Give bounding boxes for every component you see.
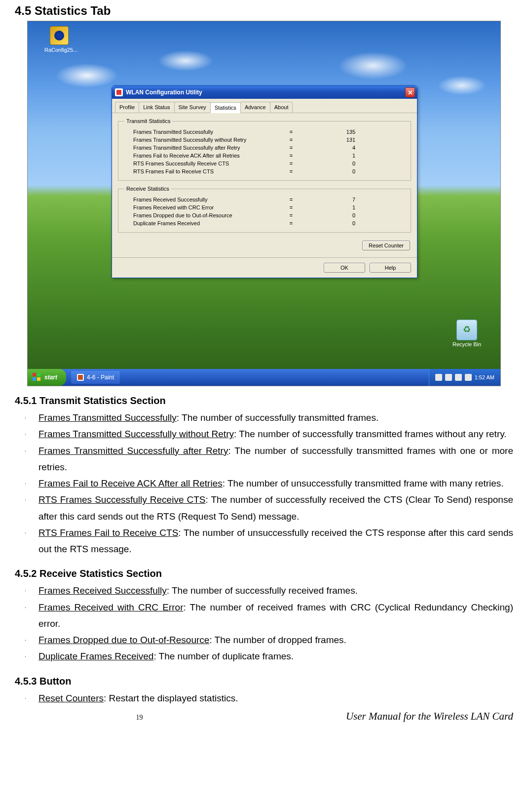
app-icon — [115, 88, 123, 96]
definition: : The number of successfully transmitted… — [234, 429, 507, 439]
bullet-icon: ‧ — [25, 582, 38, 599]
list-item: ‧RTS Frames Fail to Receive CTS: The num… — [15, 525, 513, 558]
paint-icon — [77, 374, 84, 381]
equals-sign: = — [276, 137, 306, 143]
tab-about[interactable]: About — [270, 102, 293, 113]
desktop-icon-raconfig[interactable]: RaConfig25... — [44, 26, 74, 53]
rx-legend: Receive Statistics — [124, 186, 171, 192]
taskbar-item-paint[interactable]: 4-6 - Paint — [71, 371, 120, 384]
stat-value: 0 — [306, 220, 355, 226]
term: Frames Received Successfully — [38, 585, 167, 596]
stat-label: RTS Frames Successfully Receive CTS — [133, 161, 276, 166]
bullet-icon: ‧ — [25, 632, 38, 648]
bullet-icon: ‧ — [25, 648, 38, 664]
help-button[interactable]: Help — [370, 263, 411, 273]
stat-label: Frames Received with CRC Error — [133, 204, 276, 210]
screenshot: RaConfig25... Recycle Bin WLAN Configura… — [27, 21, 501, 386]
list-item: ‧Reset Counters: Restart the displayed s… — [15, 690, 513, 706]
start-label: start — [44, 374, 57, 381]
bullet-list: ‧Frames Transmitted Successfully: The nu… — [15, 409, 513, 557]
list-item: ‧Frames Transmitted Successfully after R… — [15, 443, 513, 476]
equals-sign: = — [276, 204, 306, 210]
stat-value: 0 — [306, 212, 355, 218]
close-button[interactable]: ✕ — [405, 87, 415, 97]
tab-site-survey[interactable]: Site Survey — [174, 102, 211, 113]
equals-sign: = — [276, 220, 306, 226]
system-tray[interactable]: 1:52 AM — [429, 369, 500, 386]
stat-row: Frames Transmitted Successfully=135 — [124, 128, 405, 136]
stat-row: Frames Fail to Receive ACK After all Ret… — [124, 152, 405, 160]
equals-sign: = — [276, 153, 306, 159]
list-item: ‧Frames Fail to Receive ACK After all Re… — [15, 475, 513, 491]
ok-button[interactable]: OK — [324, 263, 365, 273]
stat-value: 1 — [306, 204, 355, 210]
receive-statistics-group: Receive Statistics Frames Received Succe… — [118, 186, 411, 233]
desktop-icon-label: RaConfig25... — [44, 47, 74, 53]
stat-value: 4 — [306, 145, 355, 151]
equals-sign: = — [276, 145, 306, 151]
stat-value: 131 — [306, 137, 355, 143]
bullet-icon: ‧ — [25, 475, 38, 491]
bullet-icon: ‧ — [25, 409, 38, 426]
stat-row: Frames Received Successfully=7 — [124, 196, 405, 203]
term: Frames Transmitted Successfully without … — [38, 429, 234, 439]
bullet-icon: ‧ — [25, 599, 38, 632]
tray-icon — [435, 374, 442, 381]
bullet-icon: ‧ — [25, 690, 38, 706]
page-number: 19 — [15, 714, 264, 722]
titlebar[interactable]: WLAN Configuration Utility ✕ — [112, 86, 417, 99]
definition: : The number of duplicate frames. — [153, 651, 294, 661]
bullet-list: ‧Reset Counters: Restart the displayed s… — [15, 690, 513, 706]
list-item: ‧Duplicate Frames Received: The number o… — [15, 648, 513, 664]
list-item: ‧Frames Received with CRC Error: The num… — [15, 599, 513, 632]
page-footer: 19 User Manual for the Wireless LAN Card — [15, 710, 513, 723]
tab-advance[interactable]: Advance — [240, 102, 270, 113]
term: Frames Fail to Receive ACK After all Ret… — [38, 478, 223, 488]
stat-label: RTS Frames Fail to Receive CTS — [133, 168, 276, 174]
stat-label: Frames Fail to Receive ACK After all Ret… — [133, 153, 276, 159]
desktop-icon-recycle-bin[interactable]: Recycle Bin — [452, 320, 482, 347]
equals-sign: = — [276, 212, 306, 218]
term: RTS Frames Successfully Receive CTS — [38, 494, 206, 505]
stat-row: Frames Transmitted Successfully without … — [124, 136, 405, 144]
stat-row: RTS Frames Fail to Receive CTS=0 — [124, 167, 405, 175]
stat-row: Frames Dropped due to Out-of-Resource=0 — [124, 211, 405, 219]
tab-bar: Profile Link Status Site Survey Statisti… — [112, 99, 417, 113]
start-button[interactable]: start — [28, 369, 66, 386]
stat-value: 135 — [306, 129, 355, 135]
stat-row: RTS Frames Successfully Receive CTS=0 — [124, 160, 405, 167]
term: Frames Transmitted Successfully after Re… — [38, 446, 228, 456]
definition: : The number of successfully received fr… — [167, 585, 358, 596]
term: Frames Dropped due to Out-of-Resource — [38, 635, 209, 645]
subsection-heading: 4.5.2 Receive Statistics Section — [15, 568, 513, 579]
subsection-heading: 4.5.1 Transmit Statistics Section — [15, 395, 513, 406]
term: Reset Counters — [38, 693, 104, 703]
list-item: ‧Frames Received Successfully: The numbe… — [15, 582, 513, 599]
panel-statistics: Transmit Statistics Frames Transmitted S… — [112, 113, 417, 257]
stat-label: Frames Transmitted Successfully after Re… — [133, 145, 276, 151]
stat-row: Frames Received with CRC Error=1 — [124, 203, 405, 211]
definition: : The number of dropped frames. — [209, 635, 346, 645]
list-item: ‧Frames Transmitted Successfully: The nu… — [15, 409, 513, 426]
bullet-icon: ‧ — [25, 443, 38, 476]
list-item: ‧Frames Transmitted Successfully without… — [15, 426, 513, 442]
stat-label: Frames Transmitted Successfully without … — [133, 137, 276, 143]
stat-value: 0 — [306, 168, 355, 174]
raconfig-icon — [50, 26, 69, 45]
stat-value: 0 — [306, 161, 355, 166]
tab-profile[interactable]: Profile — [115, 102, 139, 113]
stat-label: Frames Dropped due to Out-of-Resource — [133, 212, 276, 218]
tx-legend: Transmit Statistics — [124, 118, 172, 124]
term: Duplicate Frames Received — [38, 651, 153, 661]
tray-clock: 1:52 AM — [475, 374, 494, 380]
list-item: ‧RTS Frames Successfully Receive CTS: Th… — [15, 491, 513, 525]
taskbar-item-label: 4-6 - Paint — [87, 374, 114, 381]
wlan-config-window: WLAN Configuration Utility ✕ Profile Lin… — [112, 85, 417, 278]
recycle-bin-icon — [456, 320, 477, 340]
tab-link-status[interactable]: Link Status — [139, 102, 174, 113]
subsection-heading: 4.5.3 Button — [15, 676, 513, 687]
tab-statistics[interactable]: Statistics — [210, 102, 241, 113]
tray-icon — [455, 374, 462, 381]
reset-counter-button[interactable]: Reset Counter — [362, 241, 410, 250]
term: Frames Received with CRC Error — [38, 602, 183, 612]
